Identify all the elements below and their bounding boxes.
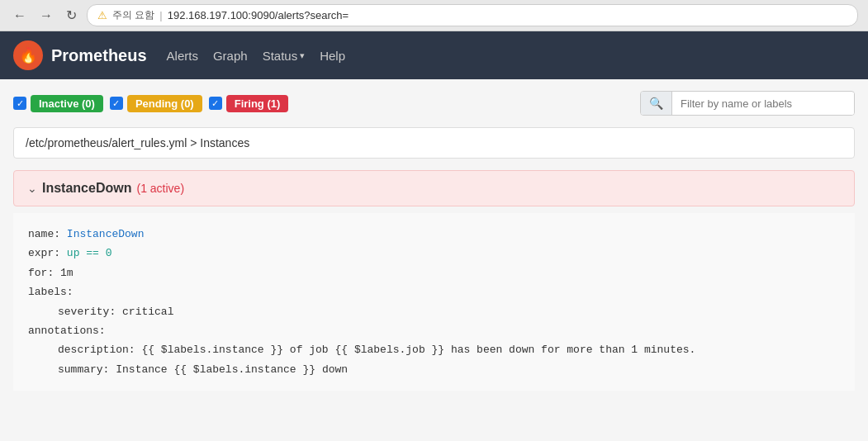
address-separator: | bbox=[159, 9, 162, 21]
nav-help[interactable]: Help bbox=[320, 49, 345, 63]
search-input[interactable] bbox=[672, 92, 854, 115]
nav-graph[interactable]: Graph bbox=[213, 49, 248, 63]
inactive-badge[interactable]: Inactive (0) bbox=[31, 95, 103, 112]
nav-status[interactable]: Status ▾ bbox=[263, 49, 306, 63]
alert-group: ⌄ InstanceDown (1 active) bbox=[13, 170, 855, 206]
severity-line: severity: critical bbox=[28, 302, 840, 321]
severity-val: critical bbox=[122, 306, 173, 318]
top-nav: 🔥 Prometheus Alerts Graph Status ▾ Help bbox=[0, 31, 868, 79]
filter-bar: ✓ Inactive (0) ✓ Pending (0) ✓ Firing (1… bbox=[13, 91, 855, 116]
nav-links: Alerts Graph Status ▾ Help bbox=[167, 49, 345, 63]
alert-group-name: InstanceDown bbox=[42, 181, 131, 196]
brand-name: Prometheus bbox=[51, 46, 147, 65]
browser-chrome: ← → ↻ ⚠ 주의 요함 | 192.168.197.100:9090/ale… bbox=[0, 0, 868, 31]
for-key: for: bbox=[28, 267, 54, 279]
summary-key: summary: bbox=[58, 363, 109, 376]
severity-key: severity: bbox=[58, 306, 116, 318]
for-val: 1m bbox=[60, 267, 74, 279]
inactive-checkbox[interactable]: ✓ bbox=[13, 97, 26, 110]
prometheus-logo: 🔥 bbox=[13, 40, 43, 70]
alert-group-header[interactable]: ⌄ InstanceDown (1 active) bbox=[14, 171, 854, 206]
main-content: ✓ Inactive (0) ✓ Pending (0) ✓ Firing (1… bbox=[0, 79, 868, 402]
summary-line: summary: Instance {{ $labels.instance }}… bbox=[28, 360, 840, 379]
expr-key: expr: bbox=[28, 247, 60, 259]
firing-badge-item: ✓ Firing (1) bbox=[209, 95, 289, 112]
description-line: description: {{ $labels.instance }} of j… bbox=[28, 340, 840, 359]
labels-line: labels: bbox=[28, 282, 840, 301]
pending-badge[interactable]: Pending (0) bbox=[127, 95, 202, 112]
forward-button[interactable]: → bbox=[36, 7, 56, 25]
name-key: name: bbox=[28, 228, 60, 240]
description-key: description: bbox=[58, 344, 135, 356]
inactive-badge-item: ✓ Inactive (0) bbox=[13, 95, 103, 112]
for-line: for: 1m bbox=[28, 263, 840, 282]
filepath-text: /etc/prometheus/alert_rules.yml > Instan… bbox=[26, 136, 249, 149]
description-val: {{ $labels.instance }} of job {{ $labels… bbox=[141, 344, 695, 356]
filepath-bar: /etc/prometheus/alert_rules.yml > Instan… bbox=[13, 127, 855, 159]
labels-key: labels: bbox=[28, 286, 74, 298]
warning-text: 주의 요함 bbox=[112, 8, 154, 22]
back-button[interactable]: ← bbox=[10, 7, 30, 25]
firing-badge[interactable]: Firing (1) bbox=[226, 95, 289, 112]
url-text: 192.168.197.100:9090/alerts?search= bbox=[168, 9, 349, 21]
name-val: InstanceDown bbox=[67, 228, 145, 240]
search-box: 🔍 bbox=[640, 91, 855, 116]
address-bar[interactable]: ⚠ 주의 요함 | 192.168.197.100:9090/alerts?se… bbox=[87, 4, 858, 26]
name-line: name: InstanceDown bbox=[28, 225, 840, 244]
expr-val: up == 0 bbox=[67, 247, 112, 259]
brand: 🔥 Prometheus bbox=[13, 40, 147, 70]
reload-button[interactable]: ↻ bbox=[63, 6, 80, 25]
badge-group: ✓ Inactive (0) ✓ Pending (0) ✓ Firing (1… bbox=[13, 95, 632, 112]
annotations-line: annotations: bbox=[28, 321, 840, 340]
annotations-key: annotations: bbox=[28, 325, 106, 337]
status-dropdown-icon: ▾ bbox=[300, 50, 305, 61]
firing-checkbox[interactable]: ✓ bbox=[209, 97, 222, 110]
search-button[interactable]: 🔍 bbox=[641, 92, 672, 115]
expr-line: expr: up == 0 bbox=[28, 244, 840, 263]
pending-checkbox[interactable]: ✓ bbox=[110, 97, 123, 110]
collapse-icon: ⌄ bbox=[27, 182, 37, 195]
alert-details: name: InstanceDown expr: up == 0 for: 1m… bbox=[13, 213, 855, 391]
summary-val: Instance {{ $labels.instance }} down bbox=[116, 363, 348, 376]
warning-icon: ⚠ bbox=[97, 9, 107, 21]
pending-badge-item: ✓ Pending (0) bbox=[110, 95, 202, 112]
svg-text:🔥: 🔥 bbox=[19, 46, 38, 64]
alert-active-count: (1 active) bbox=[136, 182, 184, 195]
nav-alerts[interactable]: Alerts bbox=[167, 49, 198, 63]
